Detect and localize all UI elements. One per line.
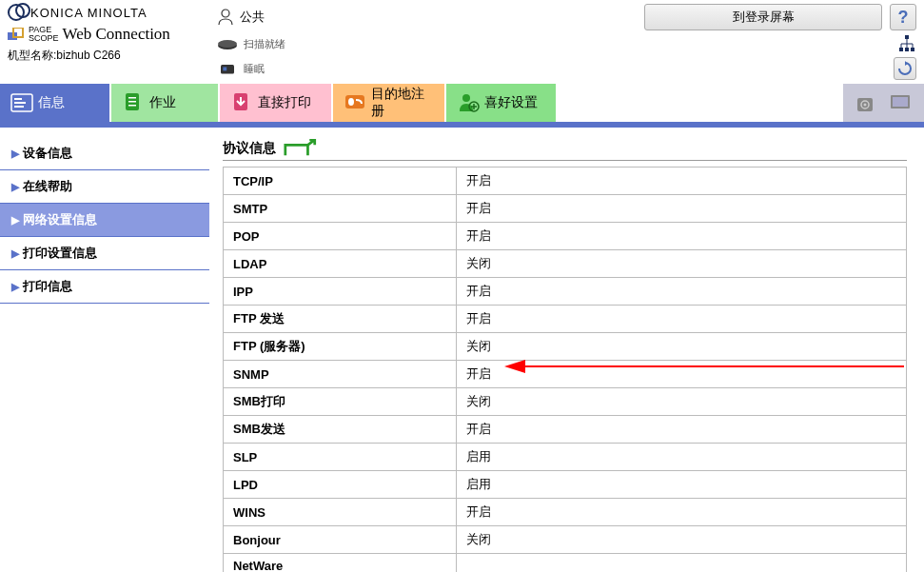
table-row: SMB打印关闭 [224,388,907,416]
sidebar-item-device-info[interactable]: ▶设备信息 [0,137,209,170]
protocol-name: LDAP [224,250,457,278]
protocol-status: 开启 [457,361,907,388]
web-connection-label: Web Connection [63,25,170,44]
protocol-name: FTP 发送 [224,306,457,333]
svg-rect-6 [899,48,903,51]
tab-info[interactable]: 信息 [0,84,109,122]
user-icon [217,9,234,26]
protocol-name: SMB打印 [224,388,457,416]
svg-point-21 [348,98,354,106]
tab-dest-label: 目的地注册 [371,86,435,120]
sitemap-icon[interactable] [897,34,916,53]
protocol-name: IPP [224,278,457,306]
tab-pref[interactable]: 喜好设置 [446,84,556,122]
protocol-status: 关闭 [457,526,907,554]
model-label: 机型名称:bizhub C266 [8,48,217,64]
tab-info-label: 信息 [38,94,65,111]
protocol-name: FTP (服务器) [224,333,457,361]
user-label: 公共 [240,9,265,26]
table-row: POP开启 [224,223,907,250]
table-row: SMB发送开启 [224,416,907,444]
protocol-name: POP [224,223,457,250]
login-button[interactable]: 到登录屏幕 [644,4,882,30]
protocol-status: 开启 [457,223,907,250]
brand-text: KONICA MINOLTA [30,6,147,20]
sidebar-label: 在线帮助 [23,178,72,195]
sidebar-item-print-info[interactable]: ▶打印信息 [0,270,209,304]
job-icon [121,90,146,115]
protocol-name: LPD [224,471,457,499]
protocol-status: 关闭 [457,333,907,361]
svg-rect-5 [905,35,909,39]
info-icon [10,90,34,115]
protocol-status: 启用 [457,444,907,471]
protocol-name: SNMP [224,361,457,388]
refresh-button[interactable] [894,57,916,80]
svg-rect-17 [128,101,136,103]
chevron-right-icon: ▶ [11,181,19,193]
sidebar-label: 网络设置信息 [23,211,97,228]
tab-print-label: 直接打印 [258,94,311,111]
printer-sleep-icon [217,62,238,75]
tab-tools[interactable] [843,84,924,122]
svg-rect-16 [128,97,136,99]
protocol-status: 启用 [457,471,907,499]
svg-point-26 [863,104,866,107]
sidebar-label: 设备信息 [23,145,72,162]
tab-job[interactable]: 作业 [111,84,218,122]
chevron-right-icon: ▶ [11,281,19,293]
tab-bar: 信息 作业 直接打印 目的地注册 喜好设置 [0,84,924,122]
protocol-table: TCP/IP开启SMTP开启POP开启LDAP关闭IPP开启FTP 发送开启FT… [223,167,907,572]
protocol-name: Bonjour [224,526,457,554]
main-title: 协议信息 [223,140,276,157]
protocol-status: 关闭 [457,388,907,416]
subbrand-scope: SCOPE [29,34,59,43]
protocol-status: 开启 [457,168,907,195]
sidebar-item-print-settings[interactable]: ▶打印设置信息 [0,237,209,270]
tab-job-label: 作业 [149,94,176,111]
table-row: SLP启用 [224,444,907,471]
help-button[interactable]: ? [890,4,916,30]
protocol-status: 开启 [457,416,907,444]
display-icon [888,90,913,115]
pagescope-icon [8,28,25,41]
svg-rect-9 [221,65,234,73]
chevron-right-icon: ▶ [11,148,19,160]
svg-rect-14 [14,106,24,108]
svg-rect-28 [893,97,908,107]
protocol-name: SLP [224,444,457,471]
svg-point-22 [462,94,470,102]
sidebar-item-network-settings[interactable]: ▶网络设置信息 [0,204,209,237]
svg-rect-7 [905,48,909,51]
sidebar-item-online-help[interactable]: ▶在线帮助 [0,170,209,204]
tab-print[interactable]: 直接打印 [220,84,331,122]
popup-arrow-icon[interactable] [284,139,322,158]
main-content: 协议信息 TCP/IP开启SMTP开启POP开启LDAP关闭IPP开启FTP 发… [209,128,924,572]
protocol-status: 关闭 [457,250,907,278]
dest-icon [343,90,367,115]
table-row: LPD启用 [224,471,907,499]
table-row: FTP (服务器)关闭 [224,333,907,361]
table-row: IPP开启 [224,278,907,306]
svg-rect-18 [128,105,136,107]
protocol-status: 开启 [457,278,907,306]
protocol-name: TCP/IP [224,168,457,195]
table-row: SMTP开启 [224,195,907,223]
sidebar: ▶设备信息 ▶在线帮助 ▶网络设置信息 ▶打印设置信息 ▶打印信息 [0,128,209,572]
chevron-right-icon: ▶ [11,247,19,260]
protocol-status: 开启 [457,306,907,333]
protocol-name: SMTP [224,195,457,223]
pref-icon [456,90,481,115]
tab-dest[interactable]: 目的地注册 [333,84,444,122]
svg-point-2 [222,10,229,17]
table-row: FTP 发送开启 [224,306,907,333]
protocol-name: SMB发送 [224,416,457,444]
sidebar-label: 打印设置信息 [23,245,97,262]
sidebar-label: 打印信息 [23,278,72,295]
print-icon [229,90,254,115]
table-row: NetWare [224,554,907,573]
logo-section: KONICA MINOLTA PAGE SCOPE Web Connection… [8,4,217,64]
protocol-status: 开启 [457,499,907,526]
protocol-status: 开启 [457,195,907,223]
brand-icon [8,4,25,21]
